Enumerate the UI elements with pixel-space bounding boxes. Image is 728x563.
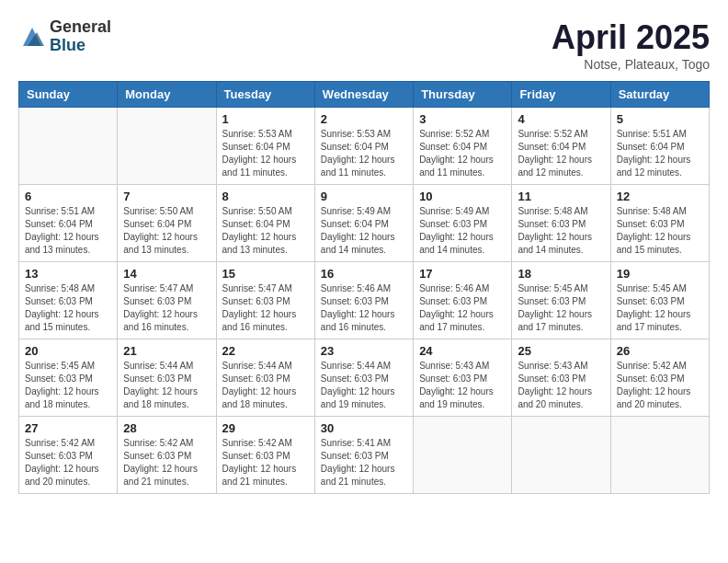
day-info: Sunrise: 5:44 AM Sunset: 6:03 PM Dayligh…	[123, 360, 210, 411]
calendar-week-row: 27Sunrise: 5:42 AM Sunset: 6:03 PM Dayli…	[19, 417, 710, 494]
calendar-cell: 7Sunrise: 5:50 AM Sunset: 6:04 PM Daylig…	[118, 185, 216, 262]
day-number: 28	[123, 421, 210, 435]
day-info: Sunrise: 5:51 AM Sunset: 6:04 PM Dayligh…	[617, 128, 703, 179]
calendar-cell	[610, 417, 709, 494]
calendar-cell: 11Sunrise: 5:48 AM Sunset: 6:03 PM Dayli…	[512, 185, 610, 262]
day-number: 24	[419, 344, 506, 358]
calendar-cell: 30Sunrise: 5:41 AM Sunset: 6:03 PM Dayli…	[314, 417, 413, 494]
day-info: Sunrise: 5:53 AM Sunset: 6:04 PM Dayligh…	[321, 128, 407, 179]
day-number: 20	[25, 344, 111, 358]
calendar-cell	[118, 108, 216, 185]
day-of-week-header: Saturday	[610, 82, 709, 108]
calendar-cell: 18Sunrise: 5:45 AM Sunset: 6:03 PM Dayli…	[512, 262, 610, 339]
day-number: 2	[321, 112, 407, 126]
calendar-header-row: SundayMondayTuesdayWednesdayThursdayFrid…	[19, 82, 710, 108]
calendar-week-row: 1Sunrise: 5:53 AM Sunset: 6:04 PM Daylig…	[19, 108, 710, 185]
calendar-cell	[414, 417, 512, 494]
day-number: 11	[518, 190, 604, 203]
day-number: 16	[321, 267, 407, 281]
day-number: 3	[419, 112, 506, 126]
calendar-cell: 2Sunrise: 5:53 AM Sunset: 6:04 PM Daylig…	[314, 108, 413, 185]
day-info: Sunrise: 5:52 AM Sunset: 6:04 PM Dayligh…	[419, 128, 506, 179]
day-info: Sunrise: 5:50 AM Sunset: 6:04 PM Dayligh…	[222, 205, 309, 257]
day-of-week-header: Tuesday	[216, 82, 314, 108]
day-number: 10	[419, 190, 506, 203]
day-number: 26	[617, 344, 703, 358]
calendar-cell: 13Sunrise: 5:48 AM Sunset: 6:03 PM Dayli…	[19, 262, 118, 339]
day-number: 12	[617, 190, 703, 203]
title-area: April 2025 Notse, Plateaux, Togo	[552, 18, 710, 72]
day-info: Sunrise: 5:42 AM Sunset: 6:03 PM Dayligh…	[222, 437, 309, 488]
day-number: 15	[222, 267, 309, 281]
day-number: 27	[25, 421, 111, 435]
calendar-cell: 3Sunrise: 5:52 AM Sunset: 6:04 PM Daylig…	[414, 108, 512, 185]
day-info: Sunrise: 5:53 AM Sunset: 6:04 PM Dayligh…	[222, 128, 309, 179]
calendar-table: SundayMondayTuesdayWednesdayThursdayFrid…	[18, 81, 710, 494]
calendar-cell: 1Sunrise: 5:53 AM Sunset: 6:04 PM Daylig…	[216, 108, 314, 185]
calendar-cell: 27Sunrise: 5:42 AM Sunset: 6:03 PM Dayli…	[19, 417, 118, 494]
calendar-cell: 16Sunrise: 5:46 AM Sunset: 6:03 PM Dayli…	[314, 262, 413, 339]
day-number: 25	[518, 344, 604, 358]
day-info: Sunrise: 5:42 AM Sunset: 6:03 PM Dayligh…	[617, 360, 703, 411]
logo-blue: Blue	[50, 37, 111, 55]
day-info: Sunrise: 5:46 AM Sunset: 6:03 PM Dayligh…	[321, 282, 407, 334]
day-number: 30	[321, 421, 407, 435]
day-number: 29	[222, 421, 309, 435]
calendar-cell: 19Sunrise: 5:45 AM Sunset: 6:03 PM Dayli…	[610, 262, 709, 339]
calendar-cell: 4Sunrise: 5:52 AM Sunset: 6:04 PM Daylig…	[512, 108, 610, 185]
day-info: Sunrise: 5:43 AM Sunset: 6:03 PM Dayligh…	[518, 360, 604, 411]
day-info: Sunrise: 5:48 AM Sunset: 6:03 PM Dayligh…	[518, 205, 604, 257]
day-number: 17	[419, 267, 506, 281]
calendar-cell	[19, 108, 118, 185]
day-info: Sunrise: 5:45 AM Sunset: 6:03 PM Dayligh…	[617, 282, 703, 334]
day-number: 21	[123, 344, 210, 358]
calendar-cell: 20Sunrise: 5:45 AM Sunset: 6:03 PM Dayli…	[19, 339, 118, 417]
day-info: Sunrise: 5:43 AM Sunset: 6:03 PM Dayligh…	[419, 360, 506, 411]
day-info: Sunrise: 5:48 AM Sunset: 6:03 PM Dayligh…	[25, 282, 111, 334]
month-title: April 2025	[552, 18, 710, 57]
day-info: Sunrise: 5:44 AM Sunset: 6:03 PM Dayligh…	[222, 360, 309, 411]
logo: General Blue	[18, 18, 111, 55]
day-of-week-header: Sunday	[19, 82, 118, 108]
calendar-cell: 29Sunrise: 5:42 AM Sunset: 6:03 PM Dayli…	[216, 417, 314, 494]
day-info: Sunrise: 5:50 AM Sunset: 6:04 PM Dayligh…	[123, 205, 210, 257]
day-of-week-header: Thursday	[414, 82, 512, 108]
day-info: Sunrise: 5:48 AM Sunset: 6:03 PM Dayligh…	[617, 205, 703, 257]
calendar-cell: 12Sunrise: 5:48 AM Sunset: 6:03 PM Dayli…	[610, 185, 709, 262]
location-subtitle: Notse, Plateaux, Togo	[552, 57, 710, 72]
calendar-cell: 23Sunrise: 5:44 AM Sunset: 6:03 PM Dayli…	[314, 339, 413, 417]
calendar-cell: 28Sunrise: 5:42 AM Sunset: 6:03 PM Dayli…	[118, 417, 216, 494]
day-number: 9	[321, 190, 407, 203]
day-info: Sunrise: 5:42 AM Sunset: 6:03 PM Dayligh…	[25, 437, 111, 488]
day-info: Sunrise: 5:52 AM Sunset: 6:04 PM Dayligh…	[518, 128, 604, 179]
day-info: Sunrise: 5:47 AM Sunset: 6:03 PM Dayligh…	[222, 282, 309, 334]
calendar-cell: 9Sunrise: 5:49 AM Sunset: 6:04 PM Daylig…	[314, 185, 413, 262]
logo-text: General Blue	[50, 18, 111, 55]
day-number: 23	[321, 344, 407, 358]
calendar-cell: 22Sunrise: 5:44 AM Sunset: 6:03 PM Dayli…	[216, 339, 314, 417]
calendar-cell: 8Sunrise: 5:50 AM Sunset: 6:04 PM Daylig…	[216, 185, 314, 262]
day-number: 6	[25, 190, 111, 203]
calendar-cell: 21Sunrise: 5:44 AM Sunset: 6:03 PM Dayli…	[118, 339, 216, 417]
day-info: Sunrise: 5:46 AM Sunset: 6:03 PM Dayligh…	[419, 282, 506, 334]
day-info: Sunrise: 5:45 AM Sunset: 6:03 PM Dayligh…	[518, 282, 604, 334]
day-info: Sunrise: 5:51 AM Sunset: 6:04 PM Dayligh…	[25, 205, 111, 257]
day-number: 22	[222, 344, 309, 358]
day-info: Sunrise: 5:49 AM Sunset: 6:03 PM Dayligh…	[419, 205, 506, 257]
day-number: 8	[222, 190, 309, 203]
calendar-cell: 5Sunrise: 5:51 AM Sunset: 6:04 PM Daylig…	[610, 108, 709, 185]
day-info: Sunrise: 5:45 AM Sunset: 6:03 PM Dayligh…	[25, 360, 111, 411]
calendar-week-row: 20Sunrise: 5:45 AM Sunset: 6:03 PM Dayli…	[19, 339, 710, 417]
day-number: 14	[123, 267, 210, 281]
day-number: 13	[25, 267, 111, 281]
calendar-cell: 24Sunrise: 5:43 AM Sunset: 6:03 PM Dayli…	[414, 339, 512, 417]
day-number: 18	[518, 267, 604, 281]
header: General Blue April 2025 Notse, Plateaux,…	[18, 18, 710, 72]
calendar-cell: 26Sunrise: 5:42 AM Sunset: 6:03 PM Dayli…	[610, 339, 709, 417]
logo-general: General	[50, 18, 111, 37]
day-number: 5	[617, 112, 703, 126]
calendar-cell: 17Sunrise: 5:46 AM Sunset: 6:03 PM Dayli…	[414, 262, 512, 339]
day-number: 19	[617, 267, 703, 281]
calendar-cell: 6Sunrise: 5:51 AM Sunset: 6:04 PM Daylig…	[19, 185, 118, 262]
day-of-week-header: Friday	[512, 82, 610, 108]
